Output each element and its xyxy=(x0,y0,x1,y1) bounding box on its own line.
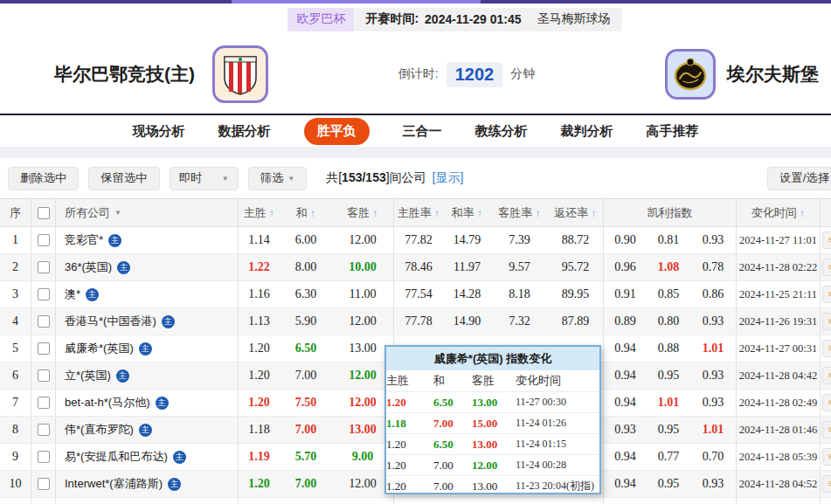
row-checkbox[interactable] xyxy=(38,261,50,273)
row-detail-icon[interactable]: ≡ xyxy=(822,448,831,466)
odds-value[interactable]: 7.00 xyxy=(280,471,332,497)
row-checkbox[interactable] xyxy=(38,397,50,409)
row-detail-icon[interactable]: ≡ xyxy=(822,367,831,384)
company-name[interactable]: Interwet*(塞浦路斯)主 xyxy=(55,471,238,497)
row-checkbox[interactable] xyxy=(38,478,50,490)
company-name[interactable]: 澳*主 xyxy=(55,281,238,307)
odds-value[interactable]: 10.00 xyxy=(332,254,393,280)
row-actions-cell xyxy=(820,498,831,504)
header-away-rate[interactable]: 客胜率↑ xyxy=(491,199,548,226)
header-draw-rate[interactable]: 和率↑ xyxy=(443,199,491,226)
odds-value[interactable]: 1.20 xyxy=(238,471,280,497)
odds-value[interactable]: 1.20 xyxy=(238,390,280,416)
odds-value[interactable]: 12.00 xyxy=(332,308,393,335)
row-checkbox[interactable] xyxy=(38,234,50,246)
row-checkbox-cell[interactable] xyxy=(31,390,55,416)
company-name[interactable]: 伟*(直布罗陀)主 xyxy=(55,417,238,443)
row-checkbox-cell[interactable] xyxy=(31,308,55,335)
filter-button[interactable]: 筛选 ▼ xyxy=(248,167,308,190)
odds-value[interactable]: 1.20 xyxy=(238,335,280,362)
row-actions-cell[interactable]: ≡ xyxy=(820,390,831,416)
nav-tab-胜平负[interactable]: 胜平负 xyxy=(304,118,370,145)
row-actions-cell[interactable]: ≡ xyxy=(820,227,831,253)
row-detail-icon[interactable]: ≡ xyxy=(822,259,831,276)
nav-tab-现场分析[interactable]: 现场分析 xyxy=(133,123,185,140)
row-actions-cell[interactable]: ≡ xyxy=(820,444,831,470)
odds-value[interactable]: 7.00 xyxy=(280,417,332,443)
row-checkbox-cell[interactable] xyxy=(31,254,55,280)
odds-value[interactable]: 1.13 xyxy=(238,308,280,335)
row-checkbox-cell[interactable] xyxy=(31,227,55,253)
show-link[interactable]: [显示] xyxy=(433,170,464,186)
odds-value[interactable]: 5.90 xyxy=(280,308,332,335)
row-checkbox[interactable] xyxy=(38,451,50,463)
odds-value[interactable]: 7.50 xyxy=(280,390,332,416)
row-checkbox[interactable] xyxy=(38,369,50,382)
row-detail-icon[interactable]: ≡ xyxy=(822,313,831,330)
row-actions-cell[interactable]: ≡ xyxy=(820,308,831,335)
company-name[interactable]: bet-at-h*(马尔他)主 xyxy=(55,390,238,416)
row-checkbox[interactable] xyxy=(38,342,50,355)
row-actions-cell[interactable]: ≡ xyxy=(820,417,831,443)
header-home-rate[interactable]: 主胜率↑ xyxy=(393,199,443,226)
row-checkbox-cell[interactable] xyxy=(31,335,55,362)
row-checkbox-cell[interactable] xyxy=(31,362,55,389)
company-name[interactable]: 易*(安提瓜和巴布达)主 xyxy=(55,444,238,470)
nav-tab-三合一[interactable]: 三合一 xyxy=(403,123,442,140)
odds-value[interactable]: 1.18 xyxy=(238,417,280,443)
company-name[interactable]: 竞彩官*主 xyxy=(55,227,238,253)
company-name[interactable]: 立*(英国)主 xyxy=(55,362,238,389)
odds-value[interactable]: 5.70 xyxy=(280,444,332,470)
header-return-rate[interactable]: 返还率↑ xyxy=(548,199,603,226)
row-checkbox-cell[interactable] xyxy=(31,471,55,497)
odds-value[interactable]: 6.50 xyxy=(280,335,332,362)
header-home-win[interactable]: 主胜↑ xyxy=(238,199,280,226)
row-actions-cell[interactable]: ≡ xyxy=(820,254,831,280)
odds-value[interactable]: 7.00 xyxy=(280,362,332,389)
header-away-win[interactable]: 客胜↑ xyxy=(332,199,393,226)
odds-value[interactable]: 1.19 xyxy=(238,444,280,470)
row-actions-cell[interactable]: ≡ xyxy=(820,281,831,307)
nav-tab-教练分析[interactable]: 教练分析 xyxy=(475,123,528,140)
odds-time-select[interactable]: 即时 ▼ xyxy=(170,167,239,190)
header-draw[interactable]: 和↑ xyxy=(280,199,332,226)
row-detail-icon[interactable]: ≡ xyxy=(822,340,831,357)
header-change-time[interactable]: 变化时间↑ xyxy=(736,199,820,226)
row-checkbox-cell[interactable] xyxy=(31,281,55,307)
nav-tab-数据分析[interactable]: 数据分析 xyxy=(218,123,271,140)
row-actions-cell[interactable]: ≡ xyxy=(820,335,831,362)
row-checkbox[interactable] xyxy=(38,424,50,436)
odds-value[interactable]: 1.22 xyxy=(238,254,280,280)
row-actions-cell[interactable]: ≡ xyxy=(820,362,831,389)
company-name[interactable]: 36*(英国)主 xyxy=(55,254,238,280)
row-detail-icon[interactable]: ≡ xyxy=(822,475,831,493)
row-actions-cell[interactable]: ≡ xyxy=(820,471,831,497)
company-name[interactable]: 香港马*(中国香港)主 xyxy=(55,308,238,335)
row-checkbox-cell[interactable] xyxy=(31,444,55,470)
header-select-all[interactable] xyxy=(31,199,55,226)
nav-tab-高手推荐[interactable]: 高手推荐 xyxy=(647,123,699,140)
row-checkbox-cell[interactable] xyxy=(31,417,55,443)
odds-value[interactable]: 12.00 xyxy=(332,227,393,253)
row-checkbox[interactable] xyxy=(38,315,50,328)
league-badge[interactable]: 欧罗巴杯 xyxy=(287,8,354,31)
odds-value[interactable]: 6.00 xyxy=(280,227,332,253)
select-all-checkbox[interactable] xyxy=(38,207,50,219)
odds-value[interactable]: 11.00 xyxy=(332,281,393,307)
header-company[interactable]: 所有公司▼ xyxy=(55,199,238,226)
settings-select-button[interactable]: 设置/选择 xyxy=(767,167,831,190)
keep-selected-button[interactable]: 保留选中 xyxy=(88,167,159,190)
odds-value[interactable]: 1.20 xyxy=(238,362,280,389)
delete-selected-button[interactable]: 删除选中 xyxy=(8,167,79,190)
row-checkbox[interactable] xyxy=(38,288,50,300)
odds-value[interactable]: 8.00 xyxy=(280,254,332,280)
row-detail-icon[interactable]: ≡ xyxy=(822,421,831,438)
company-name[interactable]: 威廉希*(英国)主 xyxy=(55,335,238,362)
nav-tab-裁判分析[interactable]: 裁判分析 xyxy=(561,123,613,140)
row-detail-icon[interactable]: ≡ xyxy=(822,231,831,249)
odds-value[interactable]: 1.16 xyxy=(238,281,280,307)
row-detail-icon[interactable]: ≡ xyxy=(822,286,831,303)
odds-value[interactable]: 1.14 xyxy=(238,227,280,253)
row-detail-icon[interactable]: ≡ xyxy=(822,394,831,411)
odds-value[interactable]: 6.30 xyxy=(280,281,332,307)
